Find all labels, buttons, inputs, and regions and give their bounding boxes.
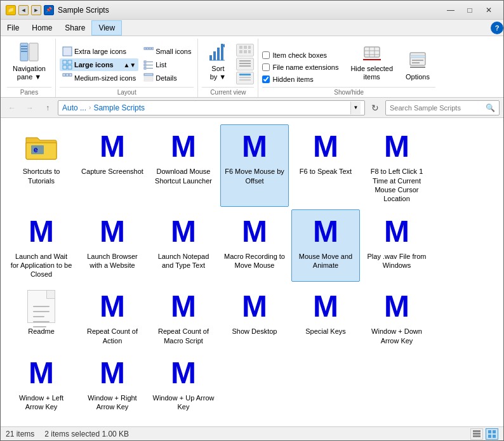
svg-rect-62 xyxy=(488,435,491,438)
pin-icon: 📌 xyxy=(44,5,54,15)
hidden-items-checkbox[interactable] xyxy=(262,76,270,83)
file-item-show-desktop[interactable]: MShow Desktop xyxy=(220,284,289,348)
file-extensions-option[interactable]: File name extensions xyxy=(262,62,338,72)
svg-rect-16 xyxy=(152,48,154,49)
m-icon: M xyxy=(242,291,267,322)
svg-rect-34 xyxy=(248,46,251,49)
file-item-launch-notepad[interactable]: MLaunch Notepad and Type Text xyxy=(149,209,218,282)
forward-button[interactable]: → xyxy=(22,100,37,115)
hide-selected-label: Hide selected items xyxy=(350,65,393,81)
file-label-shortcuts: Shortcuts to Tutorials xyxy=(10,167,72,185)
file-item-f6speak[interactable]: MF6 to Speak Text xyxy=(291,124,360,206)
item-count: 21 items xyxy=(6,430,34,438)
svg-rect-17 xyxy=(144,61,146,63)
file-item-download[interactable]: MDownload Mouse Shortcut Launcher xyxy=(149,124,218,206)
breadcrumb-sample-scripts[interactable]: Sample Scripts xyxy=(93,103,145,112)
file-item-f6move[interactable]: MF6 Move Mouse by Offset xyxy=(220,124,289,206)
file-label-show-desktop: Show Desktop xyxy=(232,327,277,336)
file-item-f8left[interactable]: MF8 to Left Click 1 Time at Current Mous… xyxy=(362,124,431,206)
menu-view[interactable]: View xyxy=(91,20,122,36)
file-item-shortcuts[interactable]: e Shortcuts to Tutorials xyxy=(7,124,76,206)
file-item-repeat-count[interactable]: MRepeat Count of Action xyxy=(78,284,147,348)
options-label: Options xyxy=(406,73,430,81)
search-icon: 🔍 xyxy=(486,103,495,112)
item-checkboxes-checkbox[interactable] xyxy=(262,51,270,59)
svg-rect-24 xyxy=(144,76,153,77)
address-dropdown-button[interactable]: ▼ xyxy=(350,102,361,114)
svg-rect-21 xyxy=(144,67,146,69)
file-extensions-checkbox[interactable] xyxy=(262,63,270,71)
file-label-repeat-macro: Repeat Count of Macro Script xyxy=(152,327,215,345)
search-input[interactable] xyxy=(390,104,483,112)
file-label-download: Download Mouse Shortcut Launcher xyxy=(152,167,215,185)
help-button[interactable]: ? xyxy=(491,22,503,34)
m-icon: M xyxy=(29,358,54,388)
panes-content: Navigationpane ▼ xyxy=(7,39,51,87)
file-explorer-window: 📁 ◄ ► 📌 Sample Scripts — □ ✕ File Home S… xyxy=(0,0,504,441)
breadcrumb-auto[interactable]: Auto ... xyxy=(62,103,86,112)
file-label-win-up: Window + Up Arrow Key xyxy=(152,393,215,412)
view-option-btn1[interactable] xyxy=(236,44,254,56)
back-button[interactable]: ← xyxy=(4,100,20,115)
layout-list[interactable]: List xyxy=(141,58,194,71)
file-item-win-left[interactable]: MWindow + Left Arrow Key xyxy=(7,351,76,415)
file-item-readme[interactable]: Readme xyxy=(7,284,76,348)
svg-rect-4 xyxy=(21,51,27,52)
m-icon: M xyxy=(384,291,409,322)
layout-details[interactable]: Details xyxy=(141,72,194,84)
file-icon-f6move: M xyxy=(237,129,272,164)
layout-extra-large[interactable]: Extra large icons xyxy=(60,45,138,58)
file-item-special-keys[interactable]: MSpecial Keys xyxy=(291,284,360,348)
file-icon-win-up: M xyxy=(166,355,201,391)
options-button[interactable]: Options xyxy=(400,47,435,84)
selection-info: 2 items selected 1.00 KB xyxy=(44,430,129,438)
menu-home[interactable]: Home xyxy=(25,21,58,35)
maximize-button[interactable]: □ xyxy=(460,1,479,19)
item-checkboxes-option[interactable]: Item check boxes xyxy=(262,50,338,60)
current-view-label: Current view xyxy=(202,87,254,97)
hide-selected-button[interactable]: Hide selected items xyxy=(345,39,399,84)
file-item-capture[interactable]: MCapture Screenshot xyxy=(78,124,147,206)
sort-by-button[interactable]: Sortby ▼ xyxy=(202,39,234,84)
ribbon-content: Navigationpane ▼ Panes Extra large icons xyxy=(1,36,503,97)
folder-small-icon: 📁 xyxy=(6,5,16,15)
view-option-btn2[interactable] xyxy=(236,58,254,70)
file-item-win-down[interactable]: MWindow + Down Arrow Key xyxy=(362,284,431,348)
menu-share[interactable]: Share xyxy=(58,21,91,35)
large-icon xyxy=(62,60,72,70)
layout-medium[interactable]: Medium-sized icons xyxy=(60,72,138,84)
hidden-items-option[interactable]: Hidden items xyxy=(262,74,338,84)
navigation-pane-button[interactable]: Navigationpane ▼ xyxy=(7,39,51,84)
svg-rect-53 xyxy=(412,62,420,63)
menu-file[interactable]: File xyxy=(1,21,25,35)
up-button[interactable]: ↑ xyxy=(40,100,55,115)
svg-rect-12 xyxy=(69,74,72,76)
file-item-launch-browser[interactable]: MLaunch Browser with a Website xyxy=(78,209,147,282)
svg-rect-28 xyxy=(213,51,216,60)
file-item-macro-record[interactable]: MMacro Recording to Move Mouse xyxy=(220,209,289,282)
svg-rect-39 xyxy=(239,63,251,64)
file-icon-f6speak: M xyxy=(308,129,343,164)
file-item-win-up[interactable]: MWindow + Up Arrow Key xyxy=(149,351,218,415)
file-item-mouse-animate[interactable]: MMouse Move and Animate xyxy=(291,209,360,282)
close-button[interactable]: ✕ xyxy=(479,1,498,19)
small-icon xyxy=(143,46,154,56)
view-option-btn3[interactable] xyxy=(236,72,254,84)
details-view-toggle[interactable] xyxy=(470,428,483,440)
file-item-win-right[interactable]: MWindow + Right Arrow Key xyxy=(78,351,147,415)
svg-rect-6 xyxy=(63,60,67,64)
minimize-button[interactable]: — xyxy=(441,1,460,19)
refresh-button[interactable]: ↻ xyxy=(368,100,383,115)
file-item-repeat-macro[interactable]: MRepeat Count of Macro Script xyxy=(149,284,218,348)
svg-rect-25 xyxy=(144,78,153,79)
file-item-play-wav[interactable]: MPlay .wav File from Windows xyxy=(362,209,431,282)
back-quick-icon: ◄ xyxy=(18,5,29,15)
show-hide-label: Show/hide xyxy=(262,87,435,97)
file-label-launch-browser: Launch Browser with a Website xyxy=(81,252,143,270)
ribbon-group-panes: Navigationpane ▼ Panes xyxy=(3,39,56,97)
layout-small[interactable]: Small icons xyxy=(141,45,194,58)
large-icons-toggle[interactable] xyxy=(486,428,498,440)
file-item-launch-wait[interactable]: MLaunch and Wait for Application to be C… xyxy=(7,209,76,282)
file-icon-play-wav: M xyxy=(379,214,414,249)
layout-large[interactable]: Large icons ▲▼ xyxy=(60,58,138,71)
